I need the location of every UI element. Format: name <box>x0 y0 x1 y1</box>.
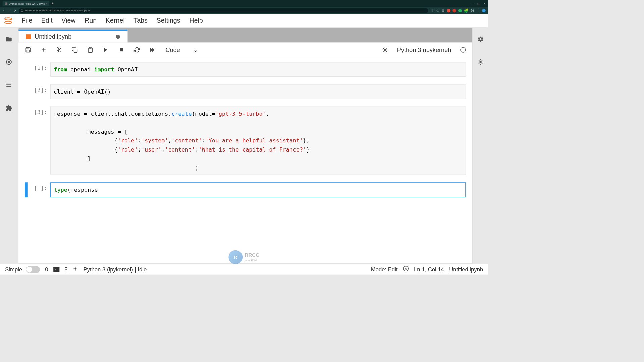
profile-icon[interactable] <box>482 9 486 12</box>
statusbar: Simple 0 >_ 5 Python 3 (ipykernel) | Idl… <box>0 264 488 274</box>
close-icon[interactable]: × <box>46 2 47 5</box>
cell-prompt: [3]: <box>29 107 50 175</box>
reload-button[interactable]: ⟳ <box>14 9 16 12</box>
notebook-area[interactable]: [1]:from openai import OpenAI[2]:client … <box>18 57 472 263</box>
url-bar[interactable]: ⓘ localhost:8888/lab/workspaces/auto-W/t… <box>19 8 428 13</box>
menu-kernel[interactable]: Kernel <box>106 17 125 24</box>
kernel-status-text: Python 3 (ipykernel) | Idle <box>83 266 147 273</box>
svg-point-22 <box>384 49 386 51</box>
stop-button[interactable] <box>118 46 125 53</box>
extensions-icon[interactable]: 🧩 <box>464 8 469 13</box>
menu-run[interactable]: Run <box>85 17 97 24</box>
toggle-switch[interactable] <box>26 266 40 273</box>
cell-input[interactable]: response = client.chat.completions.creat… <box>50 107 466 175</box>
extension-icon[interactable] <box>458 9 462 12</box>
back-button[interactable]: ← <box>3 9 6 12</box>
cell-gutter <box>25 182 28 197</box>
terminal-icon[interactable]: >_ <box>53 267 59 272</box>
download-icon[interactable]: ⬇ <box>441 8 445 13</box>
status-filename: Untitled.ipynb <box>449 266 483 273</box>
tab-favicon: 📓 <box>5 2 8 5</box>
debugger-button[interactable] <box>381 46 388 53</box>
simple-label: Simple <box>5 266 22 273</box>
menu-file[interactable]: File <box>21 17 32 24</box>
notebook-toolbar: Code ⌄ Python 3 (ipykernel) <box>18 43 472 57</box>
browser-tab[interactable]: 📓 Untitled.ipynb (auto-W) - Jupyte × <box>3 1 50 6</box>
bookmark-icon[interactable]: ☆ <box>436 8 440 13</box>
menu-help[interactable]: Help <box>189 17 203 24</box>
cut-button[interactable] <box>56 46 63 53</box>
minimize-button[interactable]: — <box>470 2 473 5</box>
menu-settings[interactable]: Settings <box>156 17 180 24</box>
svg-rect-8 <box>6 86 11 87</box>
toggle-thumb <box>26 267 32 273</box>
simple-mode-toggle[interactable]: Simple <box>5 266 40 273</box>
svg-rect-16 <box>74 49 77 52</box>
new-tab-button[interactable]: + <box>51 2 53 6</box>
add-cell-button[interactable] <box>41 46 47 53</box>
svg-rect-7 <box>6 84 11 85</box>
cursor-position: Ln 1, Col 14 <box>414 266 444 273</box>
cell-input[interactable]: from openai import OpenAI <box>50 62 466 77</box>
jupyter-logo <box>4 16 13 25</box>
code-cell[interactable]: [ ]:type(response <box>25 182 466 197</box>
svg-line-15 <box>58 49 59 50</box>
menu-tabs[interactable]: Tabs <box>133 17 148 24</box>
extension-icon[interactable] <box>447 9 450 12</box>
mode-text: Mode: Edit <box>371 266 398 273</box>
code-cell[interactable]: [1]:from openai import OpenAI <box>25 62 466 77</box>
file-tabs-bar: Untitled.ipynb <box>18 28 472 43</box>
main-layout: Untitled.ipynb <box>0 28 488 264</box>
running-icon[interactable] <box>5 58 13 66</box>
browser-navbar: ← → ⟳ ⓘ localhost:8888/lab/workspaces/au… <box>0 7 488 14</box>
code-cell[interactable]: [3]:response = client.chat.completions.c… <box>25 107 466 175</box>
browser-extensions: ⇧ ☆ ⬇ 🧩 G ⋮ <box>431 8 486 13</box>
cell-prompt: [2]: <box>29 84 50 99</box>
svg-marker-20 <box>150 48 152 52</box>
svg-line-14 <box>60 50 61 52</box>
paste-button[interactable] <box>87 46 94 53</box>
kernel-status-indicator <box>460 47 466 53</box>
folder-icon[interactable] <box>5 35 13 43</box>
bug-icon[interactable] <box>73 266 78 273</box>
debug-icon[interactable] <box>477 58 484 66</box>
jupyter-app: File Edit View Run Kernel Tabs Settings … <box>0 14 488 275</box>
svg-point-2 <box>5 17 6 18</box>
file-tab-name: Untitled.ipynb <box>35 33 71 40</box>
menu-icon[interactable]: ⋮ <box>476 8 480 13</box>
restart-button[interactable] <box>133 46 140 53</box>
share-icon[interactable]: ⇧ <box>431 8 434 13</box>
menu-edit[interactable]: Edit <box>41 17 53 24</box>
svg-rect-19 <box>120 48 123 51</box>
dirty-indicator <box>116 35 120 39</box>
close-button[interactable]: × <box>484 2 485 5</box>
copy-button[interactable] <box>71 46 78 53</box>
forward-button[interactable]: → <box>8 9 11 12</box>
cell-input[interactable]: type(response <box>50 182 466 197</box>
kernel-name[interactable]: Python 3 (ipykernel) <box>397 46 451 53</box>
cell-type-dropdown[interactable]: Code ⌄ <box>164 45 199 54</box>
file-tab[interactable]: Untitled.ipynb <box>18 30 128 43</box>
toc-icon[interactable] <box>5 81 13 89</box>
watermark-subtext: 人人素材 <box>245 258 260 262</box>
menu-view[interactable]: View <box>61 17 75 24</box>
svg-rect-6 <box>6 83 11 83</box>
code-cell[interactable]: [2]:client = OpenAI() <box>25 84 466 99</box>
svg-point-11 <box>57 47 59 49</box>
browser-tabs-bar: 📓 Untitled.ipynb (auto-W) - Jupyte × + —… <box>0 0 488 7</box>
svg-marker-18 <box>104 48 107 52</box>
notification-icon[interactable] <box>403 265 409 273</box>
content-area: Untitled.ipynb <box>18 28 472 263</box>
menubar: File Edit View Run Kernel Tabs Settings … <box>0 14 488 28</box>
extensions-icon[interactable] <box>5 104 13 112</box>
tab-title: Untitled.ipynb (auto-W) - Jupyte <box>9 2 45 5</box>
url-text: localhost:8888/lab/workspaces/auto-W/tre… <box>25 9 90 12</box>
cell-input[interactable]: client = OpenAI() <box>50 84 466 99</box>
save-button[interactable] <box>25 46 32 53</box>
extension-icon[interactable] <box>452 9 456 12</box>
restart-run-all-button[interactable] <box>149 46 156 53</box>
maximize-button[interactable]: ▢ <box>477 2 480 5</box>
gear-icon[interactable] <box>477 35 484 43</box>
google-icon[interactable]: G <box>471 8 474 13</box>
run-button[interactable] <box>102 46 109 53</box>
